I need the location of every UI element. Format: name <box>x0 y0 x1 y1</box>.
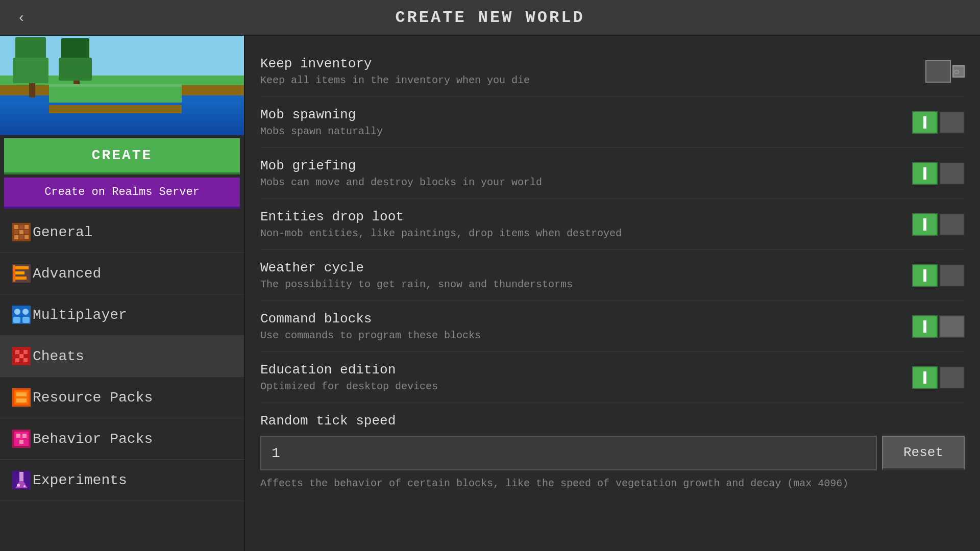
sidebar-item-resource-packs[interactable]: Resource Packs <box>0 377 244 418</box>
entities-drop-loot-toggle[interactable] <box>912 213 965 236</box>
svg-rect-6 <box>24 230 29 234</box>
setting-weather-cycle-info: Weather cycle The possibility to get rai… <box>260 260 912 290</box>
nav-list: General Advanced <box>0 212 244 551</box>
sidebar-item-multiplayer[interactable]: Multiplayer <box>0 294 244 336</box>
svg-rect-32 <box>16 434 20 438</box>
keep-inventory-title: Keep inventory <box>260 56 925 71</box>
tick-speed-input-row: Reset <box>260 436 965 470</box>
multiplayer-icon <box>10 304 33 326</box>
toggle-on-right <box>939 111 965 134</box>
svg-rect-9 <box>24 235 29 239</box>
setting-mob-spawning-info: Mob spawning Mobs spawn naturally <box>260 107 912 137</box>
advanced-label: Advanced <box>33 266 101 282</box>
toggle-on-right <box>939 162 965 185</box>
mob-griefing-toggle[interactable] <box>912 162 965 185</box>
svg-rect-2 <box>19 225 23 229</box>
keep-inventory-desc: Keep all items in the inventory when you… <box>260 74 925 86</box>
toggle-bar <box>923 371 926 384</box>
keep-inventory-toggle[interactable]: ○ <box>925 60 965 83</box>
svg-point-38 <box>17 484 20 487</box>
svg-point-17 <box>22 309 29 315</box>
svg-rect-13 <box>14 277 27 280</box>
toggle-on-left <box>912 162 938 185</box>
svg-rect-25 <box>23 358 28 362</box>
setting-mob-griefing: Mob griefing Mobs can move and destroy b… <box>260 148 965 199</box>
behavior-packs-label: Behavior Packs <box>33 431 153 447</box>
mob-griefing-desc: Mobs can move and destroy blocks in your… <box>260 177 912 188</box>
tick-speed-desc: Affects the behavior of certain blocks, … <box>260 478 965 489</box>
toggle-on-left <box>912 264 938 287</box>
tick-speed-input[interactable] <box>260 436 877 470</box>
experiments-icon <box>10 469 33 491</box>
toggle-off-right: ○ <box>952 65 965 78</box>
setting-education-edition: Education edition Optimized for desktop … <box>260 352 965 403</box>
entities-drop-loot-title: Entities drop loot <box>260 209 912 224</box>
toggle-on-left <box>912 366 938 389</box>
mob-spawning-toggle[interactable] <box>912 111 965 134</box>
general-label: General <box>33 224 93 240</box>
toggle-bar <box>923 320 926 333</box>
svg-point-16 <box>14 309 20 315</box>
toggle-on-left <box>912 111 938 134</box>
advanced-icon <box>10 262 33 285</box>
sidebar-item-behavior-packs[interactable]: Behavior Packs <box>0 418 244 460</box>
back-arrow-icon: ‹ <box>19 9 23 26</box>
tree-left <box>15 37 48 97</box>
sidebar-item-general[interactable]: General <box>0 212 244 253</box>
toggle-off-left <box>925 60 951 83</box>
sidebar-item-experiments[interactable]: Experiments <box>0 460 244 501</box>
weather-cycle-desc: The possibility to get rain, snow and th… <box>260 279 912 290</box>
svg-rect-34 <box>19 440 23 444</box>
world-preview <box>0 36 244 135</box>
cheats-label: Cheats <box>33 348 84 364</box>
svg-point-39 <box>23 485 26 487</box>
svg-rect-36 <box>19 472 23 481</box>
toggle-on-right <box>939 366 965 389</box>
toggle-bar <box>923 116 926 129</box>
setting-command-blocks-info: Command blocks Use commands to program t… <box>260 311 912 341</box>
create-button[interactable]: CREATE <box>4 138 240 174</box>
weather-cycle-toggle[interactable] <box>912 264 965 287</box>
svg-rect-7 <box>14 235 18 239</box>
toggle-bar <box>923 167 926 180</box>
toggle-bar <box>923 218 926 231</box>
main-content: CREATE Create on Realms Server Gene <box>0 36 980 551</box>
right-panel: Keep inventory Keep all items in the inv… <box>245 36 980 551</box>
sidebar-item-advanced[interactable]: Advanced <box>0 253 244 294</box>
education-edition-toggle[interactable] <box>912 366 965 389</box>
svg-rect-12 <box>14 271 24 274</box>
education-edition-desc: Optimized for desktop devices <box>260 381 912 392</box>
toggle-on-left <box>912 315 938 338</box>
toggle-on-right <box>939 264 965 287</box>
back-button[interactable]: ‹ <box>10 6 33 29</box>
grass-platform <box>49 84 182 103</box>
general-icon <box>10 221 33 243</box>
svg-rect-33 <box>22 434 27 438</box>
svg-rect-21 <box>15 350 19 354</box>
sidebar-item-cheats[interactable]: Cheats <box>0 336 244 377</box>
header: ‹ CREATE NEW WORLD <box>0 0 980 36</box>
svg-rect-14 <box>13 265 15 282</box>
svg-rect-5 <box>19 230 23 234</box>
setting-keep-inventory-info: Keep inventory Keep all items in the inv… <box>260 56 925 86</box>
tick-speed-title: Random tick speed <box>260 413 965 429</box>
svg-rect-23 <box>19 354 23 358</box>
entities-drop-loot-desc: Non-mob entities, like paintings, drop i… <box>260 228 912 239</box>
svg-rect-24 <box>15 358 19 362</box>
page-title: CREATE NEW WORLD <box>395 8 584 27</box>
svg-rect-19 <box>22 317 30 323</box>
setting-weather-cycle: Weather cycle The possibility to get rai… <box>260 250 965 301</box>
sidebar: CREATE Create on Realms Server Gene <box>0 36 245 551</box>
resource-packs-icon <box>10 386 33 409</box>
behavior-packs-icon <box>10 428 33 450</box>
toggle-off-right <box>939 315 965 338</box>
tick-speed-section: Random tick speed Reset Affects the beha… <box>260 403 965 499</box>
toggle-bar <box>923 269 926 282</box>
svg-rect-1 <box>14 225 18 229</box>
command-blocks-toggle[interactable] <box>912 315 965 338</box>
tick-speed-reset-button[interactable]: Reset <box>882 436 965 470</box>
svg-rect-4 <box>14 230 18 234</box>
svg-rect-8 <box>19 235 23 239</box>
realms-button[interactable]: Create on Realms Server <box>4 178 240 209</box>
setting-entities-drop-loot-info: Entities drop loot Non-mob entities, lik… <box>260 209 912 239</box>
